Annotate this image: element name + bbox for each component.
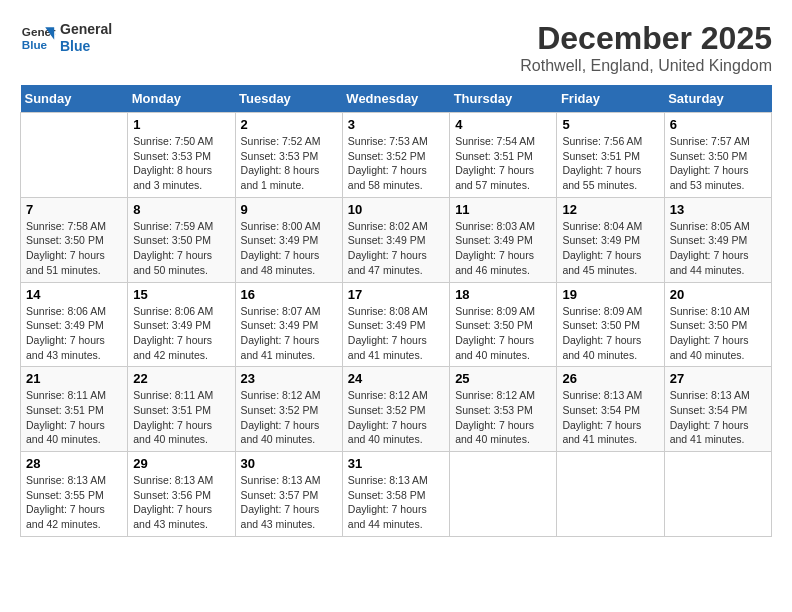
page-header: General Blue General Blue December 2025 … (20, 20, 772, 75)
header-thursday: Thursday (450, 85, 557, 113)
subtitle: Rothwell, England, United Kingdom (520, 57, 772, 75)
calendar-cell (557, 452, 664, 537)
day-number: 4 (455, 117, 551, 132)
calendar-week-row: 28Sunrise: 8:13 AMSunset: 3:55 PMDayligh… (21, 452, 772, 537)
logo-line1: General (60, 21, 112, 38)
day-info: Sunrise: 8:06 AMSunset: 3:49 PMDaylight:… (133, 304, 229, 363)
day-info: Sunrise: 7:59 AMSunset: 3:50 PMDaylight:… (133, 219, 229, 278)
day-number: 28 (26, 456, 122, 471)
calendar-cell: 22Sunrise: 8:11 AMSunset: 3:51 PMDayligh… (128, 367, 235, 452)
day-number: 26 (562, 371, 658, 386)
day-info: Sunrise: 8:03 AMSunset: 3:49 PMDaylight:… (455, 219, 551, 278)
calendar-cell: 1Sunrise: 7:50 AMSunset: 3:53 PMDaylight… (128, 113, 235, 198)
day-number: 17 (348, 287, 444, 302)
day-number: 14 (26, 287, 122, 302)
day-number: 9 (241, 202, 337, 217)
day-info: Sunrise: 8:08 AMSunset: 3:49 PMDaylight:… (348, 304, 444, 363)
day-number: 18 (455, 287, 551, 302)
day-number: 5 (562, 117, 658, 132)
calendar-cell: 23Sunrise: 8:12 AMSunset: 3:52 PMDayligh… (235, 367, 342, 452)
day-number: 25 (455, 371, 551, 386)
day-number: 31 (348, 456, 444, 471)
day-number: 7 (26, 202, 122, 217)
calendar-cell: 3Sunrise: 7:53 AMSunset: 3:52 PMDaylight… (342, 113, 449, 198)
calendar-cell: 31Sunrise: 8:13 AMSunset: 3:58 PMDayligh… (342, 452, 449, 537)
calendar-cell: 12Sunrise: 8:04 AMSunset: 3:49 PMDayligh… (557, 197, 664, 282)
day-info: Sunrise: 8:11 AMSunset: 3:51 PMDaylight:… (133, 388, 229, 447)
calendar-cell: 14Sunrise: 8:06 AMSunset: 3:49 PMDayligh… (21, 282, 128, 367)
day-number: 3 (348, 117, 444, 132)
calendar-cell (664, 452, 771, 537)
calendar-cell: 26Sunrise: 8:13 AMSunset: 3:54 PMDayligh… (557, 367, 664, 452)
day-number: 21 (26, 371, 122, 386)
day-info: Sunrise: 8:13 AMSunset: 3:54 PMDaylight:… (562, 388, 658, 447)
calendar-cell: 24Sunrise: 8:12 AMSunset: 3:52 PMDayligh… (342, 367, 449, 452)
calendar-header-row: SundayMondayTuesdayWednesdayThursdayFrid… (21, 85, 772, 113)
day-info: Sunrise: 7:56 AMSunset: 3:51 PMDaylight:… (562, 134, 658, 193)
main-title: December 2025 (520, 20, 772, 57)
calendar-cell: 8Sunrise: 7:59 AMSunset: 3:50 PMDaylight… (128, 197, 235, 282)
calendar-cell: 27Sunrise: 8:13 AMSunset: 3:54 PMDayligh… (664, 367, 771, 452)
day-number: 20 (670, 287, 766, 302)
calendar-cell (21, 113, 128, 198)
calendar-week-row: 1Sunrise: 7:50 AMSunset: 3:53 PMDaylight… (21, 113, 772, 198)
day-number: 15 (133, 287, 229, 302)
calendar-cell: 17Sunrise: 8:08 AMSunset: 3:49 PMDayligh… (342, 282, 449, 367)
calendar-cell: 25Sunrise: 8:12 AMSunset: 3:53 PMDayligh… (450, 367, 557, 452)
day-info: Sunrise: 8:10 AMSunset: 3:50 PMDaylight:… (670, 304, 766, 363)
day-info: Sunrise: 8:12 AMSunset: 3:53 PMDaylight:… (455, 388, 551, 447)
header-tuesday: Tuesday (235, 85, 342, 113)
day-info: Sunrise: 7:57 AMSunset: 3:50 PMDaylight:… (670, 134, 766, 193)
day-info: Sunrise: 7:54 AMSunset: 3:51 PMDaylight:… (455, 134, 551, 193)
day-info: Sunrise: 8:13 AMSunset: 3:58 PMDaylight:… (348, 473, 444, 532)
header-wednesday: Wednesday (342, 85, 449, 113)
day-info: Sunrise: 8:13 AMSunset: 3:57 PMDaylight:… (241, 473, 337, 532)
day-number: 6 (670, 117, 766, 132)
calendar-body: 1Sunrise: 7:50 AMSunset: 3:53 PMDaylight… (21, 113, 772, 537)
day-info: Sunrise: 8:13 AMSunset: 3:55 PMDaylight:… (26, 473, 122, 532)
day-info: Sunrise: 7:53 AMSunset: 3:52 PMDaylight:… (348, 134, 444, 193)
header-friday: Friday (557, 85, 664, 113)
day-number: 29 (133, 456, 229, 471)
header-monday: Monday (128, 85, 235, 113)
logo-icon: General Blue (20, 20, 56, 56)
day-info: Sunrise: 8:06 AMSunset: 3:49 PMDaylight:… (26, 304, 122, 363)
day-info: Sunrise: 8:12 AMSunset: 3:52 PMDaylight:… (241, 388, 337, 447)
svg-text:Blue: Blue (22, 38, 48, 51)
logo: General Blue General Blue (20, 20, 112, 56)
day-info: Sunrise: 8:02 AMSunset: 3:49 PMDaylight:… (348, 219, 444, 278)
calendar-cell: 11Sunrise: 8:03 AMSunset: 3:49 PMDayligh… (450, 197, 557, 282)
day-info: Sunrise: 8:09 AMSunset: 3:50 PMDaylight:… (562, 304, 658, 363)
day-info: Sunrise: 7:50 AMSunset: 3:53 PMDaylight:… (133, 134, 229, 193)
calendar-cell: 21Sunrise: 8:11 AMSunset: 3:51 PMDayligh… (21, 367, 128, 452)
day-info: Sunrise: 8:13 AMSunset: 3:56 PMDaylight:… (133, 473, 229, 532)
calendar-cell: 2Sunrise: 7:52 AMSunset: 3:53 PMDaylight… (235, 113, 342, 198)
day-number: 27 (670, 371, 766, 386)
day-info: Sunrise: 8:05 AMSunset: 3:49 PMDaylight:… (670, 219, 766, 278)
calendar-cell: 10Sunrise: 8:02 AMSunset: 3:49 PMDayligh… (342, 197, 449, 282)
day-number: 11 (455, 202, 551, 217)
day-number: 24 (348, 371, 444, 386)
day-number: 16 (241, 287, 337, 302)
calendar-week-row: 14Sunrise: 8:06 AMSunset: 3:49 PMDayligh… (21, 282, 772, 367)
calendar-cell: 16Sunrise: 8:07 AMSunset: 3:49 PMDayligh… (235, 282, 342, 367)
calendar-cell: 28Sunrise: 8:13 AMSunset: 3:55 PMDayligh… (21, 452, 128, 537)
calendar-cell: 4Sunrise: 7:54 AMSunset: 3:51 PMDaylight… (450, 113, 557, 198)
calendar-cell: 29Sunrise: 8:13 AMSunset: 3:56 PMDayligh… (128, 452, 235, 537)
day-info: Sunrise: 8:12 AMSunset: 3:52 PMDaylight:… (348, 388, 444, 447)
calendar-cell: 19Sunrise: 8:09 AMSunset: 3:50 PMDayligh… (557, 282, 664, 367)
day-info: Sunrise: 8:07 AMSunset: 3:49 PMDaylight:… (241, 304, 337, 363)
day-number: 23 (241, 371, 337, 386)
calendar-week-row: 7Sunrise: 7:58 AMSunset: 3:50 PMDaylight… (21, 197, 772, 282)
day-info: Sunrise: 8:00 AMSunset: 3:49 PMDaylight:… (241, 219, 337, 278)
day-number: 1 (133, 117, 229, 132)
day-info: Sunrise: 8:04 AMSunset: 3:49 PMDaylight:… (562, 219, 658, 278)
day-info: Sunrise: 8:13 AMSunset: 3:54 PMDaylight:… (670, 388, 766, 447)
day-info: Sunrise: 8:09 AMSunset: 3:50 PMDaylight:… (455, 304, 551, 363)
calendar-cell: 15Sunrise: 8:06 AMSunset: 3:49 PMDayligh… (128, 282, 235, 367)
header-saturday: Saturday (664, 85, 771, 113)
day-number: 10 (348, 202, 444, 217)
calendar-cell: 7Sunrise: 7:58 AMSunset: 3:50 PMDaylight… (21, 197, 128, 282)
calendar-cell: 30Sunrise: 8:13 AMSunset: 3:57 PMDayligh… (235, 452, 342, 537)
title-block: December 2025 Rothwell, England, United … (520, 20, 772, 75)
